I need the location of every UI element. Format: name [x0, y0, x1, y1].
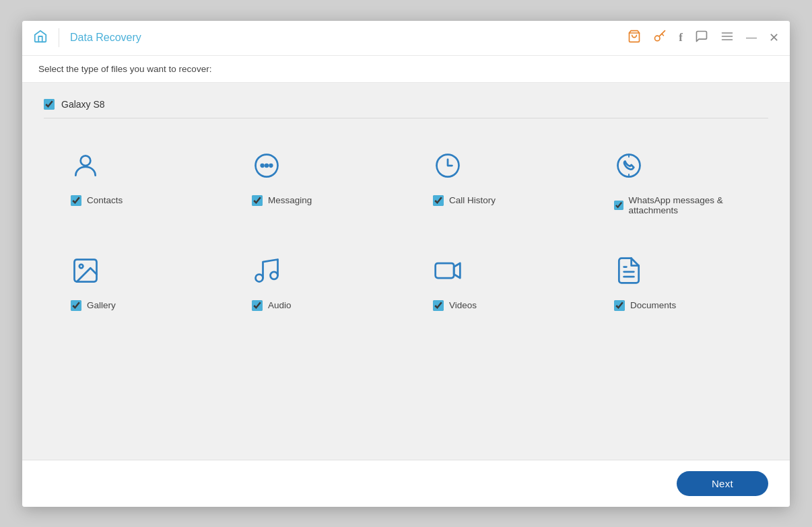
facebook-icon[interactable]: f [679, 31, 683, 44]
svg-point-1 [655, 36, 661, 40]
svg-point-5 [81, 155, 91, 166]
gallery-bottom: Gallery [71, 300, 116, 311]
messaging-bottom: Messaging [252, 195, 312, 206]
titlebar-icons: f — ✕ [628, 30, 779, 46]
main-content: Galaxy S8 Contacts [22, 83, 790, 460]
videos-checkbox[interactable] [433, 300, 444, 311]
svg-point-14 [256, 274, 263, 281]
svg-rect-16 [436, 263, 454, 278]
svg-point-13 [79, 264, 83, 268]
videos-icon [433, 256, 463, 289]
svg-point-15 [271, 271, 278, 279]
svg-point-8 [265, 164, 268, 167]
messaging-checkbox[interactable] [252, 195, 263, 206]
file-item-documents: Documents [587, 234, 768, 330]
contacts-icon [71, 151, 100, 184]
messaging-label: Messaging [268, 195, 312, 205]
menu-icon[interactable] [720, 30, 734, 46]
documents-icon [614, 256, 644, 289]
app-title: Data Recovery [70, 32, 628, 44]
device-checkbox[interactable] [44, 99, 55, 110]
call-history-label: Call History [449, 195, 496, 205]
titlebar: Data Recovery f [22, 21, 790, 56]
messaging-icon [252, 151, 281, 184]
next-button[interactable]: Next [677, 471, 768, 496]
file-item-videos: Videos [406, 234, 587, 330]
file-type-grid: Contacts Messaging [44, 129, 768, 330]
key-icon[interactable] [653, 30, 667, 46]
home-icon[interactable] [33, 29, 48, 47]
call-history-icon [433, 151, 463, 184]
file-item-contacts: Contacts [44, 129, 225, 234]
documents-label: Documents [630, 300, 676, 310]
videos-bottom: Videos [433, 300, 477, 311]
file-item-audio: Audio [225, 234, 406, 330]
subheader: Select the type of files you want to rec… [22, 56, 790, 83]
titlebar-divider [59, 28, 59, 47]
contacts-bottom: Contacts [71, 195, 123, 206]
audio-label: Audio [268, 300, 292, 310]
videos-label: Videos [449, 300, 477, 310]
footer: Next [22, 460, 790, 507]
gallery-icon [71, 256, 100, 289]
subheader-text: Select the type of files you want to rec… [38, 64, 211, 74]
svg-point-9 [270, 164, 273, 167]
documents-bottom: Documents [614, 300, 676, 311]
gallery-label: Gallery [87, 300, 116, 310]
whatsapp-label: WhatsApp messages & attachments [629, 195, 753, 215]
cart-icon[interactable] [628, 30, 641, 46]
file-item-messaging: Messaging [225, 129, 406, 234]
audio-icon [252, 256, 281, 289]
call-history-bottom: Call History [433, 195, 496, 206]
audio-bottom: Audio [252, 300, 292, 311]
svg-point-7 [261, 164, 264, 167]
chat-icon[interactable] [695, 30, 708, 46]
file-item-gallery: Gallery [44, 234, 225, 330]
documents-checkbox[interactable] [614, 300, 625, 311]
app-window: Data Recovery f [22, 21, 790, 507]
whatsapp-bottom: WhatsApp messages & attachments [614, 195, 752, 215]
contacts-checkbox[interactable] [71, 195, 81, 206]
device-row: Galaxy S8 [44, 99, 768, 118]
device-label: Galaxy S8 [61, 99, 105, 110]
contacts-label: Contacts [87, 195, 123, 205]
close-icon[interactable]: ✕ [769, 30, 779, 45]
call-history-checkbox[interactable] [433, 195, 444, 206]
minimize-icon[interactable]: — [746, 32, 757, 44]
file-item-whatsapp: WhatsApp messages & attachments [587, 129, 768, 234]
gallery-checkbox[interactable] [71, 300, 81, 311]
audio-checkbox[interactable] [252, 300, 263, 311]
whatsapp-icon [614, 151, 644, 184]
whatsapp-checkbox[interactable] [614, 200, 623, 211]
file-item-call-history: Call History [406, 129, 587, 234]
